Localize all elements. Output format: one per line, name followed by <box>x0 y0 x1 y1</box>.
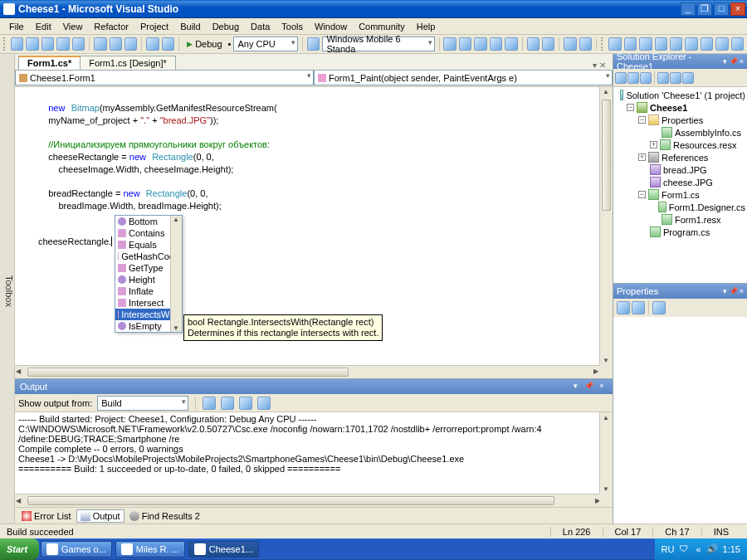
comment-icon[interactable] <box>564 37 576 51</box>
redo-icon[interactable] <box>162 37 174 51</box>
menu-data[interactable]: Data <box>245 20 276 33</box>
target-device-combo[interactable]: Windows Mobile 6 Standa <box>322 37 434 51</box>
menu-community[interactable]: Community <box>353 20 411 33</box>
tb-icon-5[interactable] <box>505 37 517 51</box>
uncomment-icon[interactable] <box>579 37 592 51</box>
se-pin-icon[interactable]: 📌 <box>729 57 738 66</box>
tray-icon[interactable]: 🔊 <box>706 543 718 555</box>
output-source-combo[interactable]: Build <box>97 396 188 411</box>
properties-grid[interactable] <box>613 317 747 523</box>
new-project-icon[interactable] <box>11 37 23 51</box>
intellisense-scrollbar[interactable] <box>170 216 182 332</box>
tb-icon-1[interactable] <box>443 37 456 51</box>
save-all-icon[interactable] <box>72 37 85 51</box>
cut-icon[interactable] <box>94 37 106 51</box>
output-pin-icon[interactable]: 📌 <box>583 382 594 392</box>
task-btn[interactable]: Games o... <box>41 541 112 558</box>
code-editor[interactable]: new Bitmap(myAssembly.GetManifestResourc… <box>15 87 613 378</box>
tab-form1-design[interactable]: Form1.cs [Design]* <box>80 56 176 70</box>
tray-icon[interactable]: 🛡 <box>679 543 691 555</box>
output-ico-1[interactable] <box>203 397 216 410</box>
menu-file[interactable]: File <box>3 20 30 33</box>
menu-view[interactable]: View <box>57 20 89 33</box>
se-dropdown-icon[interactable]: ▾ <box>723 57 727 66</box>
method-combo[interactable]: Form1_Paint(object sender, PaintEventArg… <box>314 71 613 85</box>
tb2-icon-6[interactable] <box>685 37 697 51</box>
output-close-icon[interactable]: × <box>596 382 608 392</box>
minimize-button[interactable]: _ <box>681 2 696 16</box>
class-combo[interactable]: Cheese1.Form1 <box>15 71 314 85</box>
open-file-icon[interactable] <box>42 37 54 51</box>
copy-icon[interactable] <box>110 37 122 51</box>
start-button[interactable]: Start <box>0 538 39 560</box>
tab-output[interactable]: Output <box>76 509 124 523</box>
prop-pages-icon[interactable] <box>652 301 666 314</box>
output-dropdown-icon[interactable]: ▾ <box>569 382 581 392</box>
editor-hscroll[interactable] <box>15 365 599 378</box>
prop-dropdown-icon[interactable]: ▾ <box>723 287 727 295</box>
close-button[interactable]: × <box>730 2 745 16</box>
tb2-icon-7[interactable] <box>701 37 713 51</box>
prop-pin-icon[interactable]: 📌 <box>729 287 738 295</box>
tab-form1-cs[interactable]: Form1.cs* <box>18 56 81 70</box>
solution-tree[interactable]: Solution 'Cheese1' (1 project) −Cheese1 … <box>613 87 747 283</box>
se-viewcode-icon[interactable] <box>657 72 669 84</box>
system-tray[interactable]: RU 🛡 « 🔊 1:15 <box>655 538 747 560</box>
menu-window[interactable]: Window <box>309 20 353 33</box>
se-close-icon[interactable]: × <box>740 57 744 66</box>
clock[interactable]: 1:15 <box>723 544 740 554</box>
se-viewdesign-icon[interactable] <box>670 72 681 84</box>
se-showall-icon[interactable] <box>627 72 639 84</box>
se-viewclass-icon[interactable] <box>682 72 694 84</box>
restore-button[interactable]: ❐ <box>697 2 712 16</box>
tab-find-results[interactable]: Find Results 2 <box>126 510 203 522</box>
tb2-icon-2[interactable] <box>624 37 637 51</box>
cpu-combo[interactable]: Any CPU <box>233 37 298 51</box>
menu-edit[interactable]: Edit <box>30 20 57 33</box>
connect-device-icon[interactable] <box>307 37 320 51</box>
task-btn-active[interactable]: Cheese1... <box>188 541 259 558</box>
start-debug-button[interactable]: ▶Debug <box>183 38 225 50</box>
task-btn[interactable]: Miles R. ... <box>115 541 185 558</box>
tab-nav[interactable]: ▾ ✕ <box>589 61 609 70</box>
output-ico-3[interactable] <box>239 397 252 410</box>
prop-alpha-icon[interactable] <box>632 301 645 314</box>
menu-debug[interactable]: Debug <box>207 20 245 33</box>
output-ico-2[interactable] <box>221 397 234 410</box>
se-properties-icon[interactable] <box>615 72 627 84</box>
menu-build[interactable]: Build <box>174 20 206 33</box>
menu-project[interactable]: Project <box>134 20 174 33</box>
menu-refactor[interactable]: Refactor <box>88 20 134 33</box>
output-ico-4[interactable] <box>257 397 271 410</box>
tb-icon-4[interactable] <box>490 37 502 51</box>
outdent-icon[interactable] <box>542 37 554 51</box>
tab-error-list[interactable]: Error List <box>18 510 75 522</box>
tb2-icon-4[interactable] <box>655 37 667 51</box>
prop-close-icon[interactable]: × <box>740 287 744 295</box>
prop-categorized-icon[interactable] <box>617 301 630 314</box>
tb2-icon-9[interactable] <box>731 37 744 51</box>
output-vscroll[interactable] <box>599 412 613 495</box>
undo-icon[interactable] <box>146 37 159 51</box>
add-item-icon[interactable] <box>26 37 38 51</box>
intellisense-popup[interactable]: Bottom Contains Equals GetHashCode GetTy… <box>115 215 183 333</box>
se-refresh-icon[interactable] <box>640 72 652 84</box>
indent-icon[interactable] <box>527 37 540 51</box>
editor-vscroll[interactable] <box>599 87 613 365</box>
tb2-icon-5[interactable] <box>670 37 682 51</box>
tb-icon-3[interactable] <box>474 37 486 51</box>
toolbox-tab[interactable]: Toolbox <box>0 54 15 523</box>
menu-help[interactable]: Help <box>411 20 442 33</box>
output-text[interactable]: ------ Build started: Project: Cheese1, … <box>15 412 613 507</box>
tb-icon-2[interactable] <box>459 37 471 51</box>
menu-tools[interactable]: Tools <box>276 20 309 33</box>
tb2-icon-3[interactable] <box>639 37 652 51</box>
output-hscroll[interactable] <box>15 494 601 507</box>
tb2-icon-1[interactable] <box>608 37 621 51</box>
tb2-icon-8[interactable] <box>715 37 728 51</box>
lang-indicator[interactable]: RU <box>662 544 675 554</box>
maximize-button[interactable]: □ <box>714 2 729 16</box>
paste-icon[interactable] <box>124 37 137 51</box>
save-icon[interactable] <box>56 37 69 51</box>
tray-expand[interactable]: « <box>696 544 701 554</box>
